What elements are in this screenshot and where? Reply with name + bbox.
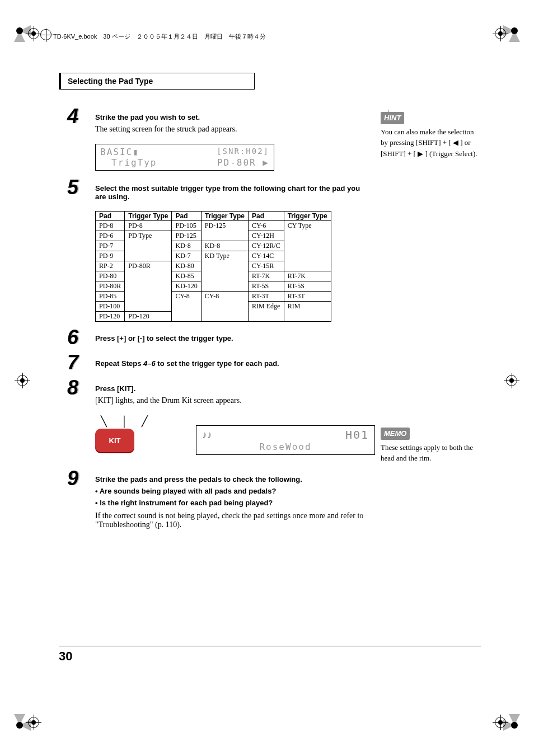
step-6-heading: Press [+] or [-] to select the trigger t… — [95, 334, 369, 342]
table-cell: RIM Edge — [248, 302, 284, 322]
table-header: Trigger Type — [284, 212, 331, 221]
table-cell: KD-7 — [172, 251, 201, 261]
table-cell: RT-7K — [284, 271, 331, 281]
table-cell: PD-85 — [96, 292, 125, 302]
step-9-heading: Strike the pads and press the pedals to … — [95, 475, 369, 483]
section-title: Selecting the Pad Type — [59, 73, 255, 90]
step-9-bullet2: • Is the right instrument for each pad b… — [95, 499, 369, 507]
memo-badge: MEMO — [381, 428, 410, 440]
table-cell: PD-8 — [125, 221, 172, 231]
step-number-4: 4 — [67, 106, 90, 126]
table-cell: PD-80R — [125, 261, 172, 312]
corner-decoration-tr — [503, 20, 526, 42]
lcd-screen-trigger: BASIC▮ [SNR:H02] TrigTyp PD-80R ▶ — [95, 144, 274, 171]
table-row: PD-8PD-8PD-105PD-125CY-6CY Type — [96, 221, 331, 231]
table-cell: PD-100 — [96, 302, 125, 312]
lcd1-line1-left: BASIC▮ — [100, 147, 139, 157]
table-cell: KD-85 — [172, 271, 201, 281]
table-cell: PD-80 — [96, 271, 125, 281]
table-header: Pad — [172, 212, 201, 221]
lcd1-line2-left: TrigTyp — [100, 157, 157, 168]
table-cell: PD-6 — [96, 231, 125, 241]
step-8-text: [KIT] lights, and the Drum Kit screen ap… — [95, 396, 369, 405]
table-cell: RT-3T — [248, 292, 284, 302]
step-4-text: The setting screen for the struck pad ap… — [95, 125, 369, 134]
table-cell: CY Type — [284, 221, 331, 271]
header-file-info: TD-6KV_e.book 30 ページ ２００５年１月２４日 月曜日 午後７時… — [53, 32, 266, 41]
table-cell: PD-8 — [96, 221, 125, 231]
step-number-7: 7 — [67, 353, 90, 373]
table-cell: PD-80R — [96, 281, 125, 292]
lcd-kit-drums-icon: ♪♪ — [202, 429, 212, 441]
hint-text: You can also make the selection by press… — [381, 126, 481, 159]
step-9-text: If the correct sound is not being played… — [95, 511, 369, 529]
page-number: 30 — [59, 646, 481, 664]
step-number-9: 9 — [67, 468, 90, 489]
table-cell: KD-8 — [172, 241, 201, 251]
table-header: Trigger Type — [125, 212, 172, 221]
lcd-screen-kit: ♪♪ H01 RoseWood — [196, 425, 375, 455]
step-number-8: 8 — [67, 378, 90, 398]
table-cell: RT-5S — [248, 281, 284, 292]
table-cell: PD-120 — [125, 312, 172, 322]
table-cell: KD-8 — [201, 241, 248, 251]
table-header: Trigger Type — [201, 212, 248, 221]
table-cell: PD Type — [125, 231, 172, 261]
kit-button: KIT — [95, 429, 134, 452]
corner-decoration-tl — [8, 20, 31, 42]
table-cell: PD-125 — [201, 221, 248, 241]
table-cell: PD-120 — [96, 312, 125, 322]
crop-mark-ml — [17, 375, 28, 386]
lcd1-line1-right: [SNR:H02] — [217, 147, 269, 157]
table-cell: PD-105 — [172, 221, 201, 231]
step-7-range: 4–6 — [143, 359, 156, 368]
table-cell: RT-5S — [284, 281, 331, 292]
table-cell: KD Type — [201, 251, 248, 292]
table-cell: RT-3T — [284, 292, 331, 302]
table-cell: CY-12H — [248, 231, 284, 241]
table-header: Pad — [248, 212, 284, 221]
table-cell: CY-12R/C — [248, 241, 284, 251]
step-4-heading: Strike the pad you wish to set. — [95, 113, 369, 121]
step-8-heading: Press [KIT]. — [95, 384, 369, 393]
table-cell: KD-120 — [172, 281, 201, 292]
table-cell: KD-80 — [172, 261, 201, 271]
step-7-post: to set the trigger type for each pad. — [156, 359, 279, 368]
lcd-kit-name: RoseWood — [259, 442, 311, 452]
table-cell: PD-125 — [172, 231, 201, 241]
lcd1-line2-right: PD-80R ▶ — [217, 157, 269, 168]
table-cell: PD-7 — [96, 241, 125, 251]
step-7-pre: Repeat Steps — [95, 359, 143, 368]
table-cell: CY-8 — [172, 292, 201, 322]
step-5-heading: Select the most suitable trigger type fr… — [95, 184, 369, 201]
trigger-type-table: PadTrigger TypePadTrigger TypePadTrigger… — [95, 211, 331, 322]
header-register-icon — [40, 29, 51, 40]
table-cell: CY-15R — [248, 261, 284, 271]
corner-decoration-br — [503, 714, 526, 736]
table-cell: RT-7K — [248, 271, 284, 281]
crop-mark-mr — [506, 375, 517, 386]
table-cell: PD-9 — [96, 251, 125, 261]
hint-badge: HINT — [381, 112, 404, 124]
table-cell: RP-2 — [96, 261, 125, 271]
lcd-kit-number: H01 — [345, 428, 369, 442]
table-cell: RIM — [284, 302, 331, 322]
table-header: Pad — [96, 212, 125, 221]
step-number-6: 6 — [67, 327, 90, 348]
memo-text: These settings apply to both the head an… — [381, 442, 481, 464]
table-cell: CY-8 — [201, 292, 248, 322]
table-cell: CY-14C — [248, 251, 284, 261]
table-cell: CY-6 — [248, 221, 284, 231]
step-number-5: 5 — [67, 177, 90, 198]
step-7-heading: Repeat Steps 4–6 to set the trigger type… — [95, 359, 369, 368]
corner-decoration-bl — [8, 714, 31, 736]
step-9-bullet1: • Are sounds being played with all pads … — [95, 487, 369, 495]
